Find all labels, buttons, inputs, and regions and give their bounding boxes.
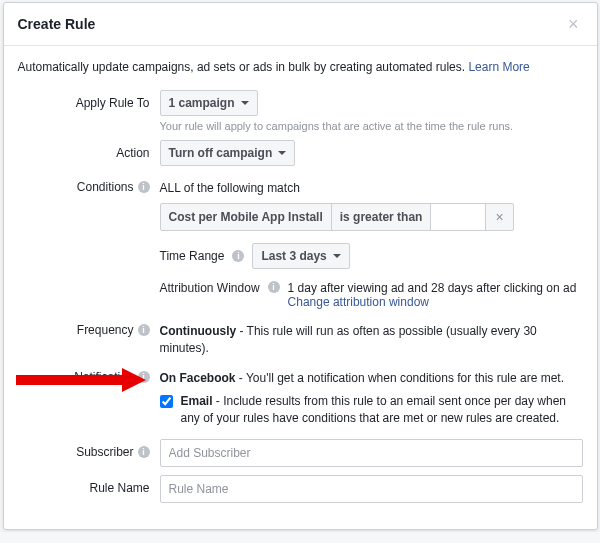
apply-rule-row: Apply Rule To 1 campaign Your rule will …	[18, 90, 583, 132]
info-icon[interactable]: i	[268, 281, 280, 293]
apply-rule-helper: Your rule will apply to campaigns that a…	[160, 120, 583, 132]
caret-down-icon	[278, 151, 286, 155]
caret-down-icon	[241, 101, 249, 105]
learn-more-link[interactable]: Learn More	[468, 60, 529, 74]
info-icon[interactable]: i	[138, 324, 150, 336]
subscriber-input[interactable]	[160, 439, 583, 467]
rule-name-label: Rule Name	[18, 475, 160, 495]
info-icon[interactable]: i	[138, 371, 150, 383]
condition-operator-dropdown[interactable]: is greater than	[332, 204, 432, 230]
action-value: Turn off campaign	[169, 146, 273, 160]
modal-body: Automatically update campaigns, ad sets …	[4, 46, 597, 529]
intro-text: Automatically update campaigns, ad sets …	[18, 60, 583, 74]
action-label: Action	[18, 140, 160, 160]
modal-header: Create Rule ×	[4, 3, 597, 46]
email-checkbox-label: Email - Include results from this rule t…	[181, 393, 583, 427]
attribution-label: Attribution Window	[160, 281, 260, 295]
notification-facebook-text: On Facebook - You'll get a notification …	[160, 364, 583, 387]
action-dropdown[interactable]: Turn off campaign	[160, 140, 296, 166]
intro-text-content: Automatically update campaigns, ad sets …	[18, 60, 469, 74]
modal-title: Create Rule	[18, 16, 96, 32]
notification-row: Notification i On Facebook - You'll get …	[18, 364, 583, 426]
conditions-row: Conditions i ALL of the following match …	[18, 174, 583, 309]
conditions-match-text: ALL of the following match	[160, 174, 583, 203]
frequency-label: Frequency i	[18, 317, 160, 337]
time-range-value: Last 3 days	[261, 249, 326, 263]
email-checkbox[interactable]	[160, 395, 173, 408]
rule-name-row: Rule Name	[18, 475, 583, 503]
info-icon[interactable]: i	[138, 181, 150, 193]
info-icon[interactable]: i	[138, 446, 150, 458]
apply-rule-dropdown[interactable]: 1 campaign	[160, 90, 258, 116]
action-row: Action Turn off campaign	[18, 140, 583, 166]
conditions-label: Conditions i	[18, 174, 160, 194]
change-attribution-link[interactable]: Change attribution window	[288, 295, 429, 309]
caret-down-icon	[333, 254, 341, 258]
condition-value-input[interactable]	[431, 206, 485, 228]
condition-remove-button[interactable]: ×	[486, 204, 512, 230]
subscriber-row: Subscriber i	[18, 439, 583, 467]
frequency-row: Frequency i Continuously - This rule wil…	[18, 317, 583, 357]
attribution-row: Attribution Window i 1 day after viewing…	[160, 281, 583, 309]
apply-rule-value: 1 campaign	[169, 96, 235, 110]
frequency-text: Continuously - This rule will run as oft…	[160, 317, 583, 357]
close-icon[interactable]: ×	[564, 15, 583, 33]
attribution-text: 1 day after viewing ad and 28 days after…	[288, 281, 583, 295]
email-checkbox-row: Email - Include results from this rule t…	[160, 393, 583, 427]
subscriber-label: Subscriber i	[18, 439, 160, 459]
condition-value-wrap	[431, 204, 486, 230]
condition-group: Cost per Mobile App Install is greater t…	[160, 203, 514, 231]
condition-metric-dropdown[interactable]: Cost per Mobile App Install	[161, 204, 332, 230]
time-range-dropdown[interactable]: Last 3 days	[252, 243, 349, 269]
info-icon[interactable]: i	[232, 250, 244, 262]
rule-name-input[interactable]	[160, 475, 583, 503]
time-range-row: Time Range i Last 3 days	[160, 243, 583, 269]
apply-rule-label: Apply Rule To	[18, 90, 160, 110]
notification-label: Notification i	[18, 364, 160, 384]
time-range-label: Time Range	[160, 249, 225, 263]
create-rule-modal: Create Rule × Automatically update campa…	[3, 2, 598, 530]
